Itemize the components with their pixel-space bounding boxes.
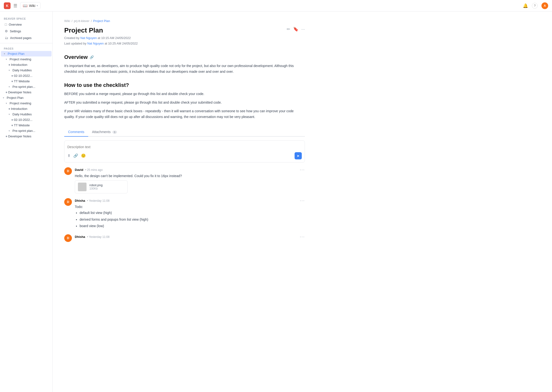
updated-author-link[interactable]: Nat Nguyen — [87, 42, 104, 45]
comment-body: David• 25 mins ago···Hello, the design c… — [75, 167, 305, 193]
tree-item-02-10-2022-1[interactable]: 02-10-2022... — [0, 73, 52, 78]
tree-item-pre-sprint-2[interactable]: ▾Pre-sprint plan... — [0, 128, 52, 133]
tree-item-developer-notes-1[interactable]: Developer Notes — [0, 90, 52, 95]
breadcrumb-current[interactable]: Project Plan — [93, 19, 110, 23]
comment-header: Dhisha• Yesterday 11:08··· — [75, 198, 305, 203]
menu-icon[interactable]: ☰ — [14, 3, 17, 8]
tree-item-daily-huddles-1[interactable]: ▾Daily Huddles — [0, 68, 52, 73]
tree-item-project-meeting-2[interactable]: ▾Project meeting — [0, 100, 52, 106]
tree-item-label: Developer Notes — [8, 91, 31, 94]
breadcrumb-wiki[interactable]: Wiki — [64, 19, 70, 23]
page-header: Project Plan ✏ 🔖 ··· — [64, 27, 305, 34]
tree-item-project-plan-2[interactable]: ▾Project Plan — [0, 95, 52, 100]
comment-more-icon[interactable]: ··· — [300, 167, 305, 172]
sidebar-item-archived[interactable]: 🗂 Archived pages — [1, 35, 51, 41]
comment-comment-1: DDavid• 25 mins ago···Hello, the design … — [64, 167, 305, 193]
topnav-left: K ☰ 📖 Wiki ▾ — [4, 2, 41, 9]
tree-item-introduction-2[interactable]: Introduction — [0, 106, 52, 112]
updated-by-label: Last updated by — [64, 42, 87, 45]
dot-icon — [9, 108, 10, 110]
chevron-down-icon: ▾ — [4, 52, 7, 55]
comment-list: default list view (high)derived forms an… — [75, 210, 305, 229]
main-layout: BEAVER SPACE □ Overview ⚙ Settings 🗂 Arc… — [0, 12, 552, 392]
overview-heading-text: Overview — [64, 54, 88, 60]
comment-comment-2: DDhisha• Yesterday 11:08···Todo:default … — [64, 198, 305, 230]
sidebar: BEAVER SPACE □ Overview ⚙ Settings 🗂 Arc… — [0, 12, 53, 392]
tree-item-label: Project Plan — [8, 52, 24, 56]
tab-attachments[interactable]: Attachments 1 — [88, 127, 121, 137]
checklist-para-2: AFTER you submitted a merge request, ple… — [64, 100, 305, 105]
archived-pages-label: Archived pages — [10, 36, 32, 40]
settings-label: Settings — [10, 29, 21, 33]
tree-item-developer-notes-2[interactable]: Developer Notes — [0, 133, 52, 139]
main-content: Wiki / prj-tt-klever / Project Plan Proj… — [53, 12, 316, 392]
comment-attachment[interactable]: robot.png100Kb — [75, 181, 128, 193]
created-author-link[interactable]: Nat Nguyen — [80, 36, 98, 40]
chevron-down-icon: ▾ — [9, 129, 12, 132]
comment-author: Dhisha — [75, 235, 85, 238]
dot-icon — [9, 64, 10, 66]
created-by-label: Created by — [64, 36, 80, 40]
overview-icon: □ — [5, 22, 7, 26]
help-icon[interactable]: ? — [532, 3, 537, 9]
created-at: at 10:15 AM 24/05/2022 — [98, 36, 131, 40]
tree-item-label: Introduction — [11, 107, 27, 111]
comment-text: Todo: — [75, 204, 305, 210]
tree-item-02-10-2022-2[interactable]: 02-10-2022... — [0, 117, 52, 123]
tree-item-label: Daily Huddles — [13, 112, 32, 116]
tree-item-pre-sprint-1[interactable]: ▾Pre-sprint plan... — [0, 84, 52, 90]
created-line: Created by Nat Nguyen at 10:15 AM 24/05/… — [64, 35, 305, 41]
more-options-icon[interactable]: ··· — [301, 27, 305, 32]
dot-icon — [12, 119, 13, 121]
tree-item-project-plan-1[interactable]: ▾Project Plan — [1, 51, 51, 56]
emoji-icon[interactable]: 🙂 — [81, 154, 86, 158]
breadcrumb-project[interactable]: prj-tt-klever — [74, 19, 89, 23]
tree-item-label: 02-10-2022... — [14, 118, 32, 122]
tab-comments[interactable]: Comments — [64, 127, 88, 137]
comment-author: David — [75, 168, 83, 172]
comment-more-icon[interactable]: ··· — [300, 198, 305, 203]
sidebar-item-settings[interactable]: ⚙ Settings — [1, 28, 51, 35]
send-button[interactable]: ➤ — [295, 152, 302, 159]
user-avatar[interactable]: A — [541, 2, 548, 9]
comment-time: • 25 mins ago — [85, 168, 102, 172]
comment-body: Dhisha• Yesterday 11:08···Todo:default l… — [75, 198, 305, 230]
tree-item-tt-website-2[interactable]: TT Website — [0, 123, 52, 128]
tree-item-introduction-1[interactable]: Introduction — [0, 62, 52, 68]
archive-icon: 🗂 — [5, 36, 8, 40]
link-insert-icon[interactable]: 🔗 — [73, 154, 78, 158]
breadcrumb: Wiki / prj-tt-klever / Project Plan — [64, 19, 305, 23]
page-title: Project Plan — [64, 27, 103, 34]
tree-item-project-meeting-1[interactable]: ▾Project meeting — [0, 56, 52, 62]
overview-link-icon[interactable]: 🔗 — [90, 55, 94, 59]
logo[interactable]: K — [4, 2, 11, 9]
bookmark-icon[interactable]: 🔖 — [293, 27, 298, 32]
list-item: board view (low) — [80, 223, 305, 229]
overview-heading: Overview 🔗 — [64, 54, 305, 60]
wiki-tab[interactable]: 📖 Wiki ▾ — [20, 2, 41, 9]
comment-input[interactable] — [67, 144, 302, 150]
tree-item-label: Project Plan — [7, 96, 23, 99]
page-actions: ✏ 🔖 ··· — [287, 27, 305, 32]
tabs-bar: Comments Attachments 1 — [64, 127, 305, 137]
comment-tools: ⬆ 🔗 🙂 — [67, 154, 86, 158]
comment-time: • Yesterday 11:08 — [87, 235, 109, 238]
chevron-down-icon: ▾ — [9, 69, 12, 71]
comment-avatar: D — [64, 198, 72, 206]
tree-item-label: Introduction — [11, 63, 27, 67]
updated-at: at 10:25 AM 24/05/2022 — [104, 42, 138, 45]
comment-avatar: D — [64, 234, 72, 242]
topnav: K ☰ 📖 Wiki ▾ 🔔 ? A — [0, 0, 552, 12]
list-item: default list view (high) — [80, 210, 305, 216]
tree-item-daily-huddles-2[interactable]: ▾Daily Huddles — [0, 112, 52, 117]
tree-item-label: Developer Notes — [8, 134, 31, 138]
upload-icon[interactable]: ⬆ — [67, 154, 71, 158]
dot-icon — [6, 136, 7, 137]
notification-icon[interactable]: 🔔 — [523, 3, 528, 8]
sidebar-item-overview[interactable]: □ Overview — [1, 21, 51, 28]
list-item: derived forms and popups from list view … — [80, 217, 305, 223]
comment-more-icon[interactable]: ··· — [300, 234, 305, 239]
tree-item-tt-website-1[interactable]: TT Website — [0, 78, 52, 84]
overview-paragraph: It's important that we, as developers, a… — [64, 63, 305, 75]
edit-icon[interactable]: ✏ — [287, 27, 290, 32]
